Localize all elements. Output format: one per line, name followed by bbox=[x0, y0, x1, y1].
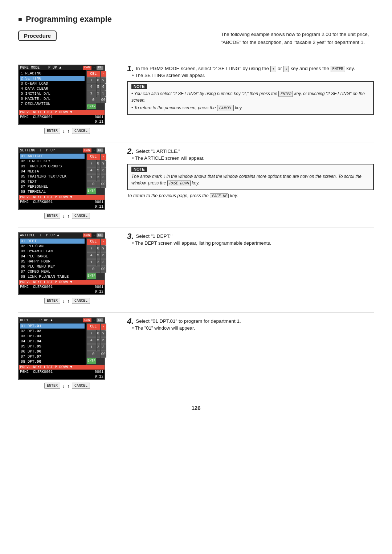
procedure-badge: Procedure bbox=[18, 30, 57, 41]
step-1-note: NOTE • You can also select "2 SETTING" b… bbox=[127, 81, 374, 115]
cancel-key-2: CANCEL bbox=[72, 213, 90, 219]
key-row-3: ENTER ↓ ↑ CANCEL bbox=[18, 298, 116, 304]
page-number: 126 bbox=[18, 405, 374, 411]
pos-screen-2: SETTING ↓ P UP CAN · CL 01 ARTICLE 02 DI… bbox=[18, 147, 105, 210]
step-4-sub: • The "01" window will appear. bbox=[132, 325, 374, 331]
intro-text: The following example shows how to progr… bbox=[221, 30, 374, 46]
page-title: Programming example bbox=[18, 15, 374, 24]
arrow-up-2: ↑ bbox=[67, 213, 70, 219]
arrow-up-4: ↑ bbox=[67, 383, 70, 389]
step-4-number: 4. bbox=[127, 317, 134, 325]
step-1-text: In the PGM2 MODE screen, select "2 SETTI… bbox=[136, 66, 355, 71]
enter-key-4: ENTER bbox=[44, 383, 60, 389]
step-2-text: Select "1 ARTICLE." bbox=[136, 148, 180, 154]
enter-key-1: ENTER bbox=[44, 128, 60, 134]
pos-screen-4: DEPT ↓ P UP ▲ CAN · CL 01 DPT.01 02 DPT.… bbox=[18, 317, 105, 380]
step-2-note: NOTE The arrow mark ↓ in the window show… bbox=[127, 164, 374, 190]
key-row-2: ENTER ↓ ↑ CANCEL bbox=[18, 213, 116, 219]
enter-key-2: ENTER bbox=[44, 213, 60, 219]
key-row-4: ENTER ↓ ↑ CANCEL bbox=[18, 383, 116, 389]
step-1: 1. In the PGM2 MODE screen, select "2 SE… bbox=[127, 65, 374, 115]
arrow-down-4: ↓ bbox=[62, 383, 65, 389]
step-3-number: 3. bbox=[127, 232, 134, 240]
arrow-down-2: ↓ bbox=[62, 213, 65, 219]
key-row-1: ENTER ↓ ↑ CANCEL bbox=[18, 128, 116, 134]
step-2-extra: To return to the previous page, press th… bbox=[127, 193, 374, 198]
pos-screen-1: PGM2 MODE P UP ▲ CAN · CL 1 READING 2 SE… bbox=[18, 65, 105, 125]
arrow-down-3: ↓ bbox=[62, 298, 65, 304]
step-1-sub: • The SETTING screen will appear. bbox=[132, 73, 374, 78]
step-3: 3. Select "1 DEPT." • The DEPT screen wi… bbox=[127, 232, 374, 246]
enter-key-3: ENTER bbox=[44, 298, 60, 304]
step-3-sub: • The DEPT screen will appear, listing p… bbox=[132, 240, 374, 246]
cancel-key-4: CANCEL bbox=[72, 383, 90, 389]
arrow-up-1: ↑ bbox=[67, 128, 70, 134]
pos-screen-3: ARTICLE ↓ P UP ▲ CAN · CL 01 DEPT 02 PLU… bbox=[18, 232, 105, 295]
step-4-text: Select "01 DPT.01" to program for depart… bbox=[136, 318, 241, 324]
step-3-text: Select "1 DEPT." bbox=[136, 233, 172, 239]
step-2: 2. Select "1 ARTICLE." • The ARTICLE scr… bbox=[127, 147, 374, 198]
cancel-key-3: CANCEL bbox=[72, 298, 90, 304]
arrow-up-3: ↑ bbox=[67, 298, 70, 304]
step-2-sub: • The ARTICLE screen will appear. bbox=[132, 155, 374, 161]
step-2-number: 2. bbox=[127, 147, 134, 155]
arrow-down-1: ↓ bbox=[62, 128, 65, 134]
step-4: 4. Select "01 DPT.01" to program for dep… bbox=[127, 317, 374, 331]
step-1-number: 1. bbox=[127, 65, 134, 73]
cancel-key-1: CANCEL bbox=[72, 128, 90, 134]
